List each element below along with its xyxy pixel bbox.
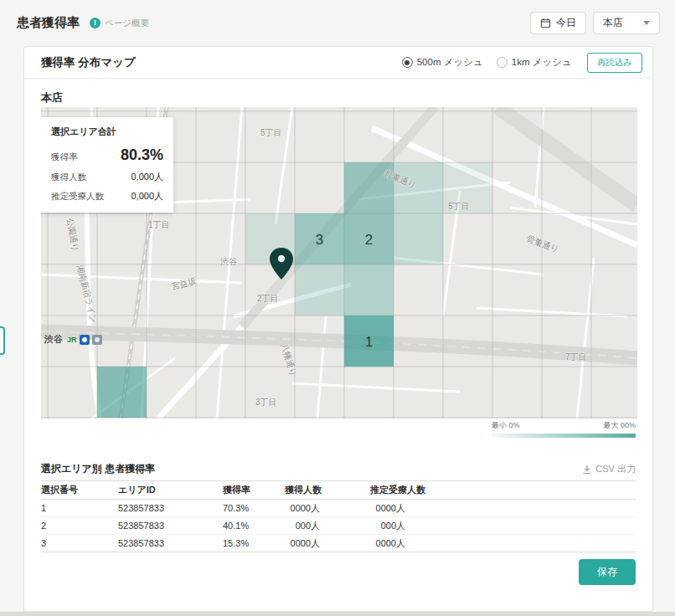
map-canvas[interactable]: 321 5丁目骨董通り5丁目骨董通り1丁目渋谷宮益坂2丁目八幡通り3丁目7丁目公… bbox=[41, 107, 637, 418]
radio-selected-icon bbox=[402, 57, 413, 68]
page-title: 患者獲得率 bbox=[17, 15, 80, 31]
station-name: 渋谷 bbox=[44, 333, 63, 346]
rate-value: 80.3% bbox=[121, 146, 163, 164]
table-row: 252385783340.1%000人000人 bbox=[41, 517, 636, 535]
mesh-cell[interactable] bbox=[295, 264, 344, 316]
table-body: 152385783370.3%0000人0000人252385783340.1%… bbox=[41, 500, 636, 552]
table-cell: 523857833 bbox=[118, 538, 223, 548]
store-select-value: 本店 bbox=[603, 16, 623, 30]
chevron-down-icon bbox=[643, 21, 650, 25]
page-overview-link[interactable]: ! ページ概要 bbox=[90, 18, 149, 29]
acquisition-map-card: 獲得率 分布マップ 500m メッシュ 1km メッシュ 再読込み 本店 bbox=[23, 46, 653, 612]
table-cell: 0000人 bbox=[285, 537, 370, 550]
left-edge-panel-handle[interactable] bbox=[0, 326, 5, 355]
count-label: 獲得人数 bbox=[51, 172, 86, 183]
mesh-radio-group: 500m メッシュ 1km メッシュ bbox=[402, 56, 572, 69]
mesh-cell-number: 1 bbox=[365, 334, 373, 350]
info-icon: ! bbox=[90, 18, 100, 28]
csv-export-label: CSV 出力 bbox=[595, 463, 636, 475]
table-header-cell: 獲得率 bbox=[223, 484, 285, 496]
rate-label: 獲得率 bbox=[51, 151, 78, 163]
metro-line-icon bbox=[80, 335, 90, 345]
mesh-cell[interactable] bbox=[344, 162, 394, 213]
calendar-icon bbox=[540, 18, 551, 28]
table-header-cell: 選択番号 bbox=[41, 484, 118, 496]
jr-line-icon: JR bbox=[67, 336, 77, 344]
mesh-cell[interactable] bbox=[344, 264, 394, 316]
table-cell: 3 bbox=[41, 538, 118, 548]
radio-1km-label: 1km メッシュ bbox=[512, 56, 572, 69]
table-row: 152385783370.3%0000人0000人 bbox=[41, 500, 636, 517]
store-heading: 本店 bbox=[41, 90, 63, 105]
table-cell: 523857833 bbox=[118, 521, 223, 531]
rail-line-icon bbox=[92, 335, 102, 345]
estimated-label: 推定受療人数 bbox=[51, 191, 104, 203]
mesh-cell[interactable] bbox=[394, 162, 443, 213]
table-cell: 0000人 bbox=[285, 502, 370, 515]
top-bar: 患者獲得率 ! ページ概要 今日 本店 bbox=[0, 0, 675, 46]
save-button[interactable]: 保存 bbox=[579, 559, 636, 585]
store-select[interactable]: 本店 bbox=[593, 12, 660, 34]
mesh-cell[interactable] bbox=[97, 367, 147, 418]
mesh-cell-number: 2 bbox=[365, 232, 373, 248]
table-cell: 0000人 bbox=[370, 502, 471, 515]
radio-unselected-icon bbox=[497, 57, 508, 68]
mesh-cell[interactable] bbox=[443, 162, 492, 213]
radio-500m-label: 500m メッシュ bbox=[417, 56, 483, 69]
card-header: 獲得率 分布マップ 500m メッシュ 1km メッシュ 再読込み bbox=[24, 47, 652, 79]
table-cell: 40.1% bbox=[223, 521, 285, 531]
table-cell: 000人 bbox=[285, 520, 370, 532]
table-header-row: 選択番号エリアID獲得率獲得人数推定受療人数 bbox=[41, 480, 636, 500]
table-cell: 523857833 bbox=[118, 503, 223, 513]
page-overview-label: ページ概要 bbox=[105, 18, 149, 29]
reload-button[interactable]: 再読込み bbox=[587, 53, 642, 73]
table-cell: 2 bbox=[41, 521, 118, 531]
station-marker: 渋谷 JR bbox=[44, 333, 102, 346]
radio-1km-mesh[interactable]: 1km メッシュ bbox=[497, 56, 572, 69]
download-icon bbox=[582, 465, 592, 475]
mesh-legend: 最小 0% 最大 00% bbox=[492, 420, 636, 438]
table-cell: 70.3% bbox=[223, 503, 285, 513]
table-cell: 0000人 bbox=[370, 537, 471, 550]
table-cell: 15.3% bbox=[223, 538, 285, 548]
acquisition-table: 選択番号エリアID獲得率獲得人数推定受療人数 152385783370.3%00… bbox=[41, 480, 636, 552]
radio-500m-mesh[interactable]: 500m メッシュ bbox=[402, 56, 483, 69]
mesh-cell-number: 3 bbox=[316, 232, 323, 248]
summary-title: 選択エリア合計 bbox=[51, 126, 163, 138]
today-label: 今日 bbox=[556, 16, 576, 30]
card-title: 獲得率 分布マップ bbox=[41, 55, 136, 70]
table-header-cell: エリアID bbox=[118, 484, 223, 496]
legend-max-label: 最大 00% bbox=[603, 420, 636, 431]
today-button[interactable]: 今日 bbox=[530, 12, 586, 34]
table-cell: 1 bbox=[41, 503, 118, 513]
footer-strip bbox=[0, 612, 675, 616]
table-title: 選択エリア別 患者獲得率 bbox=[41, 462, 155, 476]
csv-export-button[interactable]: CSV 出力 bbox=[582, 463, 636, 475]
legend-min-label: 最小 0% bbox=[492, 420, 520, 431]
selected-area-summary: 選択エリア合計 獲得率 80.3% 獲得人数 0,000人 推定受療人数 0,0… bbox=[41, 117, 173, 213]
table-header-cell: 推定受療人数 bbox=[370, 484, 471, 496]
count-value: 0,000人 bbox=[131, 171, 163, 183]
table-header-cell: 獲得人数 bbox=[285, 484, 370, 496]
table-cell: 000人 bbox=[370, 520, 471, 532]
estimated-value: 0,000人 bbox=[131, 190, 163, 203]
table-row: 352385783315.3%0000人0000人 bbox=[41, 535, 636, 552]
mesh-cell[interactable] bbox=[394, 213, 443, 264]
legend-gradient-bar bbox=[492, 434, 636, 438]
